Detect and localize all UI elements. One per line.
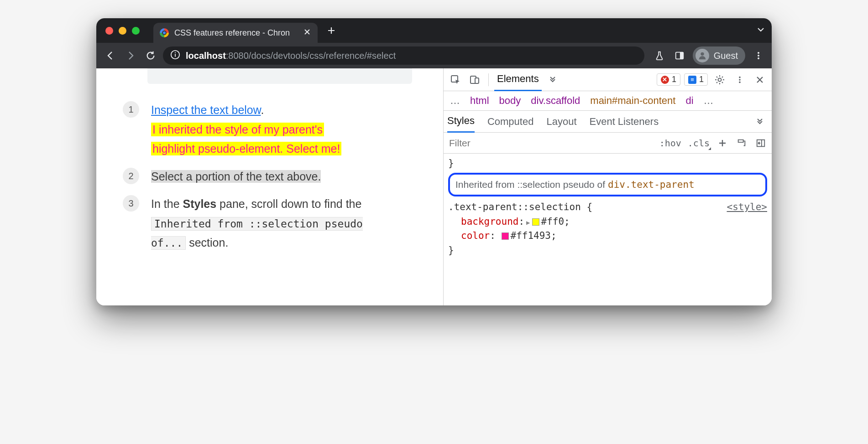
profile-label: Guest [714,51,738,61]
svg-rect-2 [175,52,176,53]
step3-code: Inherited from ::selection pseudo of... [151,217,363,250]
tab-search-button[interactable] [756,25,765,36]
url-port: :8080 [226,51,249,61]
issues-badge[interactable]: ≡ 1 [684,73,708,86]
svg-point-5 [701,52,704,56]
back-button[interactable] [103,48,118,63]
inherited-prefix: Inherited from ::selection pseudo of [455,177,605,192]
inherited-from-banner[interactable]: Inherited from ::selection pseudo of div… [448,173,767,197]
step-1: Inspect the text below. I inherited the … [151,100,388,159]
tab-elements[interactable]: Elements [494,68,542,91]
expand-triangle-icon[interactable]: ▶ [524,219,532,226]
side-panel-icon[interactable] [673,49,686,62]
styles-body: } Inherited from ::selection pseudo of d… [444,154,772,267]
issues-icon: ≡ [688,76,696,84]
new-tab-button[interactable] [327,25,336,38]
breadcrumb-overflow-right[interactable]: … [704,95,714,107]
separator [488,73,489,86]
step2-text: Select a portion of the text above. [151,170,321,183]
device-toolbar-icon[interactable] [466,72,483,88]
error-badge[interactable]: ✕ 1 [657,73,680,86]
close-window-button[interactable] [105,27,113,35]
chrome-menu-button[interactable] [752,49,765,62]
url-path: /docs/devtools/css/reference/#select [249,51,396,61]
page-header-placeholder [147,68,412,84]
breadcrumb-main[interactable]: main#main-content [590,95,675,107]
breadcrumb-body[interactable]: body [499,95,521,107]
avatar-icon [695,49,709,62]
devtools-menu-icon[interactable] [732,72,748,88]
paint-flashing-icon[interactable] [735,137,748,150]
address-bar[interactable]: localhost:8080/docs/devtools/css/referen… [163,46,644,65]
css-prop-color: color [461,230,490,241]
labs-icon[interactable] [653,49,666,62]
styles-actions-row: :hov .cls [444,133,772,154]
url-host: localhost [186,51,226,61]
styles-filter-input[interactable] [448,135,653,151]
svg-rect-11 [475,78,479,83]
inspect-element-icon[interactable] [447,72,464,88]
subtab-event-listeners[interactable]: Event Listeners [590,111,659,133]
toolbar-right: Guest [653,46,765,65]
computed-sidebar-toggle-icon[interactable] [754,137,767,150]
styles-subtabs: Styles Computed Layout Event Listeners [444,111,772,133]
svg-point-13 [739,76,741,78]
page-content: Inspect the text below. I inherited the … [96,68,443,305]
content-area: Inspect the text below. I inherited the … [96,68,772,305]
css-rule-source-link[interactable]: <style> [727,200,767,215]
css-rule-close-brace: } [448,243,767,258]
minimize-window-button[interactable] [119,27,126,35]
inspect-link[interactable]: Inspect the text below [151,103,261,116]
breadcrumb-di[interactable]: di [685,95,693,107]
css-prop-background: background [461,216,518,227]
forward-button[interactable] [123,48,138,63]
browser-window: CSS features reference - Chron [96,18,772,305]
tab-strip: CSS features reference - Chron [96,18,772,43]
close-tab-button[interactable] [304,29,310,37]
svg-point-8 [758,57,759,59]
chrome-favicon-icon [160,28,169,37]
css-declaration-background[interactable]: background:▶#ff0; [448,215,767,229]
color-swatch-bg[interactable] [532,218,539,226]
step3-suffix: section. [186,236,228,249]
settings-icon[interactable] [711,72,728,88]
highlighted-text-line2[interactable]: highlight pseudo-element. Select me! [151,142,341,155]
step3-prefix: In the [151,197,183,210]
error-icon: ✕ [661,76,669,84]
elements-breadcrumb: … html body div.scaffold main#main-conte… [444,91,772,111]
css-val-color: #ff1493 [511,230,551,241]
css-declaration-color[interactable]: color: #ff1493; [448,229,767,243]
profile-chip[interactable]: Guest [693,46,745,65]
url-text: localhost:8080/docs/devtools/css/referen… [186,51,396,61]
subtab-layout[interactable]: Layout [546,111,576,133]
tabs-overflow-icon[interactable] [544,74,561,86]
step3-mid: pane, scroll down to find the [216,197,361,210]
new-style-rule-button[interactable] [716,137,729,150]
subtabs-overflow-icon[interactable] [752,116,768,128]
color-swatch-fg[interactable] [502,232,509,240]
reload-button[interactable] [143,48,158,63]
breadcrumb-div-scaffold[interactable]: div.scaffold [531,95,580,107]
breadcrumb-overflow-left[interactable]: … [450,95,460,107]
browser-tab[interactable]: CSS features reference - Chron [153,23,318,43]
site-info-icon[interactable] [170,50,180,62]
devtools-toolbar: Elements ✕ 1 ≡ 1 [444,68,772,91]
subtab-styles[interactable]: Styles [447,111,475,133]
cls-toggle[interactable]: .cls [688,138,710,149]
svg-point-15 [739,81,741,83]
css-rule-selector[interactable]: .text-parent::selection { [448,200,592,215]
error-count: 1 [672,75,676,84]
devtools-panel: Elements ✕ 1 ≡ 1 [443,68,772,305]
close-devtools-button[interactable] [752,72,768,88]
devtools-toolbar-right: ✕ 1 ≡ 1 [657,72,768,88]
inherited-selector-ref: div.text-parent [608,178,695,192]
window-controls [105,27,140,35]
subtab-computed[interactable]: Computed [487,111,534,133]
previous-rule-close-brace: } [448,156,767,171]
maximize-window-button[interactable] [132,27,140,35]
breadcrumb-html[interactable]: html [470,95,489,107]
hover-toggle[interactable]: :hov [659,138,681,149]
highlighted-text-line1[interactable]: I inherited the style of my parent's [151,123,324,136]
browser-toolbar: localhost:8080/docs/devtools/css/referen… [96,43,772,68]
issues-count: 1 [699,75,704,84]
